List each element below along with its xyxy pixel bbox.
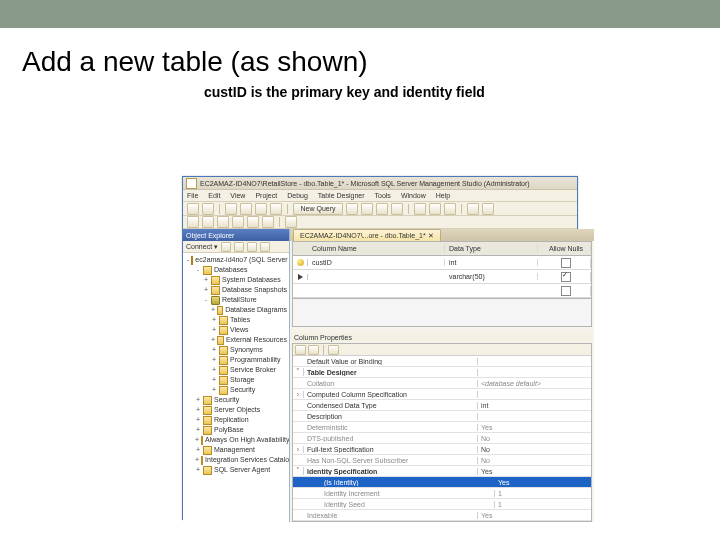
property-value[interactable]: 1: [495, 501, 591, 508]
menu-window[interactable]: Window: [401, 192, 426, 199]
oe-sync-button[interactable]: [260, 242, 270, 252]
property-row[interactable]: (Is Identity)Yes: [293, 477, 591, 488]
delete-column-button[interactable]: [262, 216, 274, 228]
tree-node[interactable]: +Always On High Availability: [185, 435, 287, 445]
check-constraints-button[interactable]: [232, 216, 244, 228]
property-row[interactable]: ˅Identity SpecificationYes: [293, 466, 591, 477]
expand-icon[interactable]: +: [211, 335, 215, 345]
toolbar-paste-button[interactable]: [444, 203, 456, 215]
new-query-button[interactable]: New Query: [293, 203, 343, 215]
tree-node[interactable]: +Synonyms: [185, 345, 287, 355]
indexes-button[interactable]: [217, 216, 229, 228]
property-row[interactable]: DTS-publishedNo: [293, 433, 591, 444]
property-row[interactable]: DeterministicYes: [293, 422, 591, 433]
generate-script-dropdown[interactable]: [285, 216, 297, 228]
object-explorer-tree[interactable]: -ec2amaz-id4no7 (SQL Server 14.0.307...-…: [183, 253, 289, 522]
property-page-button[interactable]: [328, 345, 339, 355]
toolbar-redo-button[interactable]: [482, 203, 494, 215]
expand-icon[interactable]: +: [211, 345, 217, 355]
alphabetical-button[interactable]: [308, 345, 319, 355]
expand-icon[interactable]: +: [195, 395, 201, 405]
property-value[interactable]: <database default>: [478, 380, 591, 387]
toolbar-btn-c[interactable]: [376, 203, 388, 215]
menu-help[interactable]: Help: [436, 192, 450, 199]
tree-node[interactable]: +Server Objects: [185, 405, 287, 415]
collapse-icon[interactable]: ˅: [293, 368, 304, 376]
expand-icon[interactable]: +: [203, 275, 209, 285]
designer-row[interactable]: custIDint: [293, 256, 591, 270]
property-row[interactable]: Collation<database default>: [293, 378, 591, 389]
categorized-button[interactable]: [295, 345, 306, 355]
property-row[interactable]: IndexableYes: [293, 510, 591, 521]
tree-node[interactable]: +Tables: [185, 315, 287, 325]
property-row[interactable]: Default Value or Binding: [293, 356, 591, 367]
property-row[interactable]: ›Computed Column Specification: [293, 389, 591, 400]
collapse-icon[interactable]: -: [187, 255, 189, 265]
window-titlebar[interactable]: EC2AMAZ-ID4NO7\RetailStore - dbo.Table_1…: [183, 177, 577, 190]
expand-icon[interactable]: +: [203, 285, 209, 295]
property-value[interactable]: No: [478, 435, 591, 442]
property-row[interactable]: Has Non-SQL Server SubscriberNo: [293, 455, 591, 466]
tree-node[interactable]: -RetailStore: [185, 295, 287, 305]
tree-node[interactable]: +Security: [185, 385, 287, 395]
menu-view[interactable]: View: [230, 192, 245, 199]
menu-project[interactable]: Project: [255, 192, 277, 199]
expand-icon[interactable]: +: [195, 445, 201, 455]
expand-icon[interactable]: +: [211, 385, 217, 395]
tree-node[interactable]: -ec2amaz-id4no7 (SQL Server 14.0.307...: [185, 255, 287, 265]
toolbar-btn-a[interactable]: [346, 203, 358, 215]
expand-icon[interactable]: +: [195, 455, 199, 465]
expand-icon[interactable]: +: [195, 465, 201, 475]
oe-stop-button[interactable]: [247, 242, 257, 252]
cell-data-type[interactable]: int: [445, 259, 538, 266]
tree-node[interactable]: +Service Broker: [185, 365, 287, 375]
expand-icon[interactable]: +: [195, 405, 201, 415]
property-value[interactable]: Yes: [478, 512, 591, 519]
designer-row[interactable]: varchar(50): [293, 270, 591, 284]
tree-node[interactable]: +Database Snapshots: [185, 285, 287, 295]
collapse-icon[interactable]: -: [195, 265, 201, 275]
property-row[interactable]: Description: [293, 411, 591, 422]
menu-tools[interactable]: Tools: [375, 192, 391, 199]
menu-table-designer[interactable]: Table Designer: [318, 192, 365, 199]
connect-dropdown[interactable]: Connect ▾: [186, 243, 218, 251]
tree-node[interactable]: +Views: [185, 325, 287, 335]
toolbar-open-button[interactable]: [240, 203, 252, 215]
property-row[interactable]: Identity Seed1: [293, 499, 591, 510]
tree-node[interactable]: +Programmability: [185, 355, 287, 365]
allow-nulls-checkbox[interactable]: [561, 286, 571, 296]
expand-icon[interactable]: +: [195, 435, 199, 445]
property-value[interactable]: int: [478, 402, 591, 409]
tree-node[interactable]: +Security: [185, 395, 287, 405]
expand-icon[interactable]: +: [211, 355, 217, 365]
expand-icon[interactable]: +: [211, 315, 217, 325]
oe-refresh-button[interactable]: [221, 242, 231, 252]
tree-node[interactable]: -Databases: [185, 265, 287, 275]
property-value[interactable]: No: [478, 446, 591, 453]
expand-icon[interactable]: +: [211, 305, 215, 315]
set-primary-key-button[interactable]: [187, 216, 199, 228]
designer-row[interactable]: [293, 284, 591, 298]
column-properties-grid[interactable]: Default Value or Binding˅Table DesignerC…: [292, 343, 592, 522]
property-value[interactable]: 1: [495, 490, 591, 497]
expand-icon[interactable]: ›: [293, 391, 304, 398]
expand-icon[interactable]: +: [211, 325, 217, 335]
table-designer-grid[interactable]: Column Name Data Type Allow Nulls custID…: [292, 241, 592, 299]
allow-nulls-checkbox[interactable]: [561, 272, 571, 282]
document-tab[interactable]: EC2AMAZ-ID4NO7\...ore - dbo.Table_1* ✕: [293, 229, 441, 241]
toolbar-save-button[interactable]: [255, 203, 267, 215]
property-value[interactable]: No: [478, 457, 591, 464]
toolbar-btn-d[interactable]: [391, 203, 403, 215]
property-row[interactable]: ›Full-text SpecificationNo: [293, 444, 591, 455]
expand-icon[interactable]: +: [195, 425, 201, 435]
tree-node[interactable]: +Database Diagrams: [185, 305, 287, 315]
property-row[interactable]: Identity Increment1: [293, 488, 591, 499]
collapse-icon[interactable]: ˅: [293, 467, 304, 475]
allow-nulls-checkbox[interactable]: [561, 258, 571, 268]
cell-allow-nulls[interactable]: [538, 258, 591, 268]
toolbar-copy-button[interactable]: [429, 203, 441, 215]
toolbar-forward-button[interactable]: [202, 203, 214, 215]
expand-icon[interactable]: +: [211, 375, 217, 385]
insert-column-button[interactable]: [247, 216, 259, 228]
tree-node[interactable]: +PolyBase: [185, 425, 287, 435]
